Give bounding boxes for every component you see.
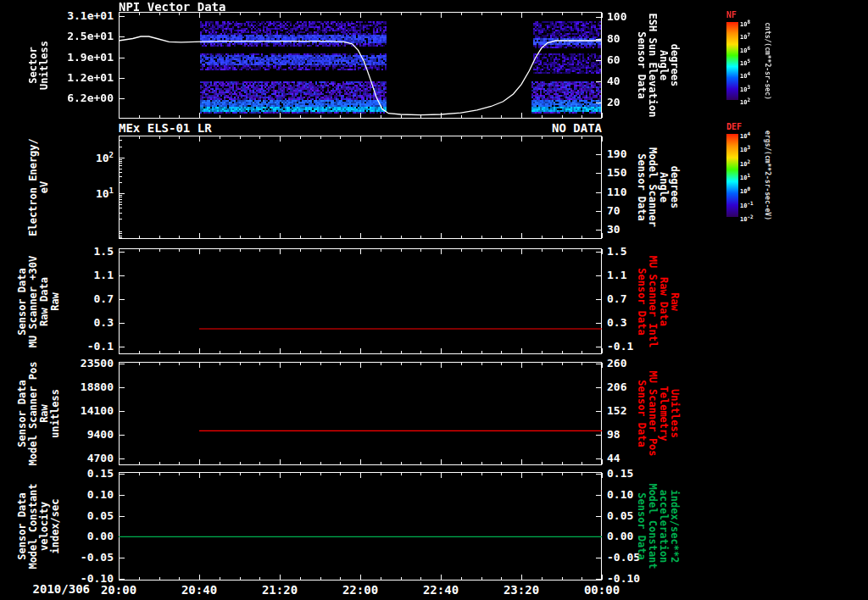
no-data-label: NO DATA	[536, 121, 602, 135]
x-tick	[360, 233, 361, 238]
x-tick	[501, 236, 502, 238]
colorbar-tick-label: 10-2	[740, 214, 754, 223]
x-tick	[602, 459, 603, 464]
x-axis-label: 20:00	[92, 583, 146, 597]
y-tick-label: 0.10	[59, 488, 114, 501]
exponent: 1	[747, 172, 750, 178]
y-tick-label: 102	[59, 151, 114, 164]
y-minor-tick	[120, 159, 122, 160]
x-tick	[280, 136, 281, 142]
panel-frame-els-energy	[119, 136, 602, 239]
left-axis-label-els-energy: Electron Energy/ eV	[28, 138, 50, 236]
exponent: -2	[747, 214, 753, 219]
series-layer-model-scanner-pos	[119, 362, 602, 465]
x-tick	[602, 136, 603, 142]
y-tick-label: 14100	[59, 404, 114, 417]
colorbar-tick-label: 101	[740, 172, 750, 181]
y-minor-tick	[120, 172, 122, 173]
y-minor-tick	[120, 231, 122, 232]
x-tick	[401, 236, 402, 238]
exponent: 7	[747, 31, 750, 37]
x-tick	[602, 575, 603, 580]
exponent: 3	[747, 144, 750, 150]
y-tick-label: 0.3	[59, 316, 114, 329]
colorbar-tick-label: 108	[740, 19, 750, 28]
x-tick	[562, 236, 563, 238]
y-minor-tick	[120, 140, 122, 141]
y-tick-label: 1.2e+01	[59, 71, 114, 84]
y-tick-label: 0.00	[59, 530, 114, 542]
colorbar-tick-label: 102	[740, 158, 750, 168]
y-minor-tick	[120, 213, 122, 214]
colorbar-tick-label: 103	[740, 144, 750, 153]
y-tick-label: 1.9e+01	[59, 51, 114, 64]
x-tick	[381, 236, 381, 238]
x-tick	[481, 236, 482, 238]
x-tick	[461, 136, 462, 139]
exponent: 5	[747, 58, 750, 64]
x-tick	[259, 236, 260, 238]
x-tick	[542, 136, 542, 139]
y-tick	[596, 230, 601, 231]
y-tick-label: 0.15	[59, 467, 114, 480]
y-minor-tick	[120, 176, 122, 177]
panel2-title: MEx ELS-01 LR	[119, 121, 212, 135]
x-tick	[340, 236, 341, 238]
exponent: 8	[747, 19, 750, 25]
colorbar-unit-DEF: ergs/(cm**2-sr-sec-eV)	[764, 131, 771, 220]
y-tick-label: 3.1e+01	[59, 9, 114, 22]
x-tick	[159, 236, 160, 238]
x-tick	[159, 136, 160, 139]
y-tick-label: 1.5	[59, 245, 114, 258]
x-axis-label: 00:00	[575, 583, 629, 597]
y-tick-label: 18800	[59, 381, 114, 393]
x-axis-label: 22:00	[333, 583, 387, 597]
y-tick	[596, 154, 601, 155]
x-tick	[602, 233, 603, 238]
colorbar-DEF	[726, 134, 738, 217]
y-minor-tick	[120, 219, 122, 219]
y-tick-label: 1.1	[59, 269, 114, 281]
x-tick	[602, 348, 603, 353]
x-tick	[300, 136, 301, 139]
x-tick	[300, 236, 301, 238]
y-tick-label: 2.5e+01	[59, 30, 114, 42]
x-tick	[602, 113, 603, 118]
x-tick	[199, 233, 200, 238]
right-axis-label-els-energy: degrees Angle Model Scanner Sensor Data	[636, 147, 680, 227]
x-axis-label: 22:40	[414, 583, 468, 597]
x-tick	[501, 136, 502, 139]
colorbar-tick-label: 106	[740, 45, 750, 54]
y-minor-tick	[120, 202, 122, 203]
y-minor-tick	[120, 208, 122, 208]
x-tick	[320, 136, 321, 139]
x-tick	[602, 13, 603, 18]
x-tick	[420, 136, 421, 139]
x-tick	[280, 233, 281, 238]
y-minor-tick	[120, 199, 122, 200]
y-minor-tick	[120, 163, 122, 164]
exponent: 0	[747, 186, 750, 192]
x-tick	[602, 363, 603, 368]
x-tick	[542, 236, 542, 238]
exponent: 2	[747, 97, 750, 103]
x-tick	[220, 136, 220, 139]
date-label: 2010/306	[17, 582, 90, 596]
exponent: 3	[747, 84, 750, 90]
y-tick-label: 0.15	[607, 467, 653, 480]
series-layer-npi-sector	[119, 12, 602, 119]
x-tick	[179, 236, 180, 238]
x-tick	[401, 136, 402, 139]
x-tick	[420, 236, 421, 238]
exponent: 4	[747, 70, 750, 76]
y-tick	[120, 193, 125, 194]
y-tick-label: 260	[607, 357, 653, 369]
exponent: 6	[747, 45, 750, 51]
colorbar-tick-label: 103	[740, 84, 750, 93]
x-tick	[562, 136, 563, 139]
panel1-title: NPI Vector Data	[119, 0, 225, 14]
x-tick	[360, 136, 361, 142]
y-minor-tick	[120, 197, 122, 197]
x-tick	[461, 236, 462, 238]
y-minor-tick	[120, 169, 122, 169]
